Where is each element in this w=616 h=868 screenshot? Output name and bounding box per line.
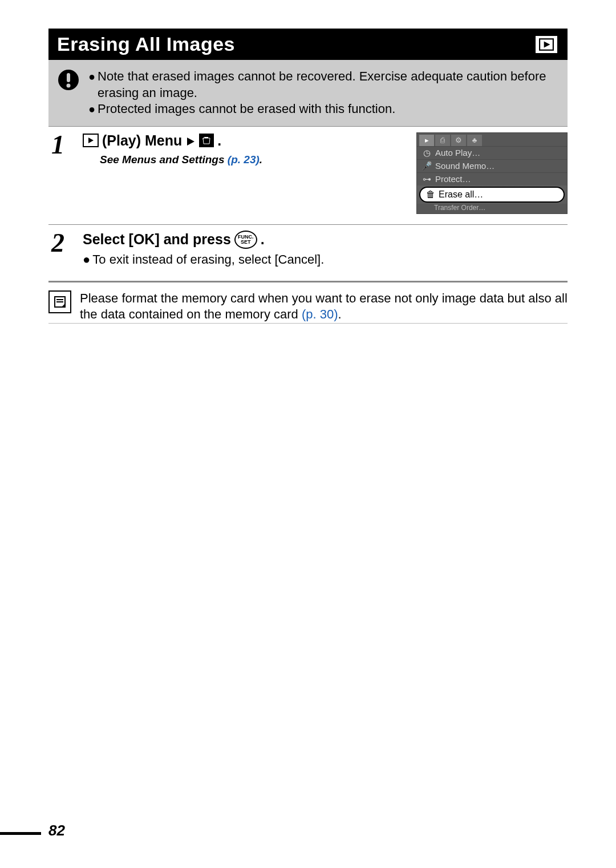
svg-marker-6 [187,138,194,146]
subnote-suffix: . [260,154,262,165]
camera-tabs: ▸ ⎙ ⚙ ♣ [417,133,567,146]
triangle-right-icon [185,132,196,149]
svg-marker-5 [88,138,94,143]
caution-line-1: Note that erased images cannot be recove… [98,68,556,101]
camera-tab-play: ▸ [419,135,434,146]
menu-item-protect: ⊶Protect… [417,172,567,185]
title-bar: Erasing All Images [48,29,568,60]
play-mode-icon [534,34,559,55]
info-text: Please format the memory card when you w… [80,290,568,323]
info-text-suffix: . [338,307,342,321]
step-2: 2 Select [OK] and press FUNC.SET . ● To … [48,224,568,277]
step-1-heading: (Play) Menu . [83,132,262,149]
info-block: Please format the memory card when you w… [48,281,568,324]
step-1: 1 (Play) Menu . [48,126,568,224]
period: . [217,132,221,149]
subnote-prefix: See Menus and Settings [100,154,228,165]
caution-box: ●Note that erased images cannot be recov… [48,60,568,126]
play-icon [83,134,99,147]
period: . [261,231,265,248]
step-1-subnote: See Menus and Settings (p. 23). [100,154,262,166]
page-title: Erasing All Images [57,33,235,55]
menu-item-auto-play: ◷Auto Play… [417,146,567,159]
page-number-bar [0,832,41,835]
step-1-label: (Play) Menu [102,132,182,149]
step-2-heading: Select [OK] and press FUNC.SET . [83,231,568,249]
step-number: 2 [48,225,83,277]
camera-menu-screenshot: ▸ ⎙ ⚙ ♣ ◷Auto Play… 🎤Sound Memo… ⊶Protec… [416,132,568,214]
bullet-icon: ● [88,68,95,101]
camera-tab-setup: ⚙ [451,135,466,146]
step-number: 1 [48,127,83,224]
camera-tab-mycam: ♣ [467,135,482,146]
step-2-body: ● To exit instead of erasing, select [Ca… [83,252,568,267]
svg-rect-3 [67,73,70,82]
page-ref-link[interactable]: (p. 30) [302,307,338,321]
exclamation-icon [57,68,80,118]
bullet-icon: ● [88,101,95,118]
step-2-label: Select [OK] and press [83,231,231,248]
memo-icon [48,290,71,313]
erase-all-chip-icon [199,134,214,147]
caution-line-2: Protected images cannot be erased with t… [98,101,395,118]
menu-item-transfer-order: Transfer Order… [417,204,567,213]
menu-item-sound-memo: 🎤Sound Memo… [417,159,567,172]
caution-text: ●Note that erased images cannot be recov… [88,68,556,118]
func-set-button-icon: FUNC.SET [234,231,257,249]
menu-item-erase-all: 🗑Erase all… [419,187,565,203]
svg-point-4 [67,84,71,88]
camera-tab-print: ⎙ [435,135,450,146]
bullet-icon: ● [83,252,90,267]
page-ref-link[interactable]: (p. 23) [228,154,260,165]
step-2-body-text: To exit instead of erasing, select [Canc… [92,252,324,267]
svg-marker-1 [544,41,550,47]
page-number: 82 [48,822,65,839]
